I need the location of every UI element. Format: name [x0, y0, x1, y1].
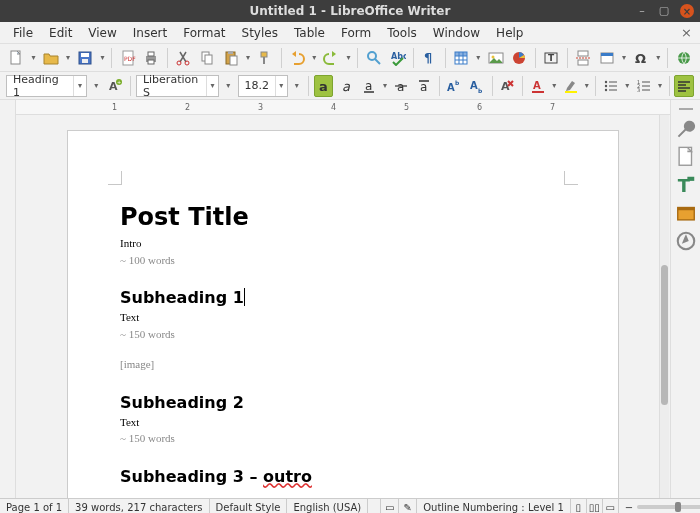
font-name-combo[interactable]: Liberation S ▾	[136, 75, 219, 97]
hyperlink-icon[interactable]	[673, 47, 694, 69]
menu-view[interactable]: View	[81, 24, 123, 42]
paste-dropdown-icon[interactable]: ▾	[244, 53, 252, 62]
strikethrough-icon[interactable]: a	[392, 75, 412, 97]
italic-icon[interactable]: a	[336, 75, 356, 97]
insert-chart-icon[interactable]	[509, 47, 530, 69]
horizontal-ruler[interactable]: 1 2 3 4 5 6 7	[16, 100, 670, 115]
view-single-page-icon[interactable]: ▯	[571, 499, 587, 513]
gallery-panel-icon[interactable]	[675, 202, 697, 224]
highlight-dropdown-icon[interactable]: ▾	[583, 81, 590, 90]
insert-image-icon[interactable]	[485, 47, 506, 69]
status-wordcount[interactable]: 39 words, 217 characters	[69, 499, 209, 513]
font-color-dropdown-icon[interactable]: ▾	[551, 81, 558, 90]
open-dropdown-icon[interactable]: ▾	[64, 53, 72, 62]
menu-styles[interactable]: Styles	[235, 24, 285, 42]
menu-table[interactable]: Table	[287, 24, 332, 42]
new-document-icon[interactable]	[6, 47, 27, 69]
status-outline[interactable]: Outline Numbering : Level 1	[417, 499, 571, 513]
font-name-dropdown-icon[interactable]: ▾	[222, 75, 234, 97]
align-left-icon[interactable]	[674, 75, 694, 97]
close-button[interactable]: ×	[680, 4, 694, 18]
doc-title[interactable]: Post Title	[120, 203, 566, 231]
slider-thumb[interactable]	[675, 502, 681, 512]
doc-h2-text[interactable]: Text	[120, 414, 566, 431]
page-break-icon[interactable]	[573, 47, 594, 69]
special-char-icon[interactable]: Ω	[631, 47, 652, 69]
doc-subheading-1[interactable]: Subheading 1	[120, 288, 566, 307]
paragraph-style-combo[interactable]: Heading 1 ▾	[6, 75, 87, 97]
bullet-dropdown-icon[interactable]: ▾	[624, 81, 631, 90]
clear-formatting-icon[interactable]: A	[498, 75, 518, 97]
open-icon[interactable]	[40, 47, 61, 69]
menu-edit[interactable]: Edit	[42, 24, 79, 42]
special-dropdown-icon[interactable]: ▾	[655, 53, 663, 62]
superscript-icon[interactable]: Ab	[445, 75, 465, 97]
highlight-icon[interactable]	[561, 75, 581, 97]
menu-insert[interactable]: Insert	[126, 24, 174, 42]
menu-format[interactable]: Format	[176, 24, 232, 42]
status-language[interactable]: English (USA)	[287, 499, 368, 513]
table-dropdown-icon[interactable]: ▾	[475, 53, 483, 62]
page[interactable]: Post Title Intro ~ 100 words Subheading …	[67, 130, 619, 498]
sidebar-collapse-handle[interactable]	[679, 108, 693, 110]
scrollbar-thumb[interactable]	[661, 265, 668, 405]
numbered-dropdown-icon[interactable]: ▾	[656, 81, 663, 90]
font-size-dropdown-icon[interactable]: ▾	[291, 75, 303, 97]
document-canvas[interactable]: Post Title Intro ~ 100 words Subheading …	[16, 115, 670, 498]
save-icon[interactable]	[75, 47, 96, 69]
status-insert-mode[interactable]	[368, 499, 381, 513]
new-dropdown-icon[interactable]: ▾	[30, 53, 38, 62]
page-panel-icon[interactable]	[675, 146, 697, 168]
maximize-button[interactable]: ▢	[658, 4, 670, 16]
doc-h1-text[interactable]: Text	[120, 309, 566, 326]
doc-intro-label[interactable]: Intro	[120, 235, 566, 252]
view-multi-page-icon[interactable]: ▯▯	[587, 499, 603, 513]
doc-h2-words[interactable]: ~ 150 words	[120, 430, 566, 447]
subscript-icon[interactable]: Ab	[467, 75, 487, 97]
menu-help[interactable]: Help	[489, 24, 530, 42]
formatting-marks-icon[interactable]: ¶	[419, 47, 440, 69]
redo-icon[interactable]	[321, 47, 342, 69]
styles-panel-icon[interactable]: T	[675, 174, 697, 196]
status-page[interactable]: Page 1 of 1	[0, 499, 69, 513]
clone-formatting-icon[interactable]	[255, 47, 276, 69]
doc-image-placeholder[interactable]: [image]	[120, 356, 566, 373]
print-icon[interactable]	[141, 47, 162, 69]
new-style-icon[interactable]: A+	[105, 75, 125, 97]
view-book-icon[interactable]: ▭	[603, 499, 619, 513]
update-style-icon[interactable]: ▾	[90, 75, 102, 97]
undo-dropdown-icon[interactable]: ▾	[310, 53, 318, 62]
zoom-slider[interactable]	[637, 505, 700, 509]
status-selection-mode[interactable]: ▭	[381, 499, 399, 513]
doc-intro-words[interactable]: ~ 100 words	[120, 252, 566, 269]
minimize-button[interactable]: –	[636, 4, 648, 16]
vertical-scrollbar[interactable]	[659, 115, 669, 498]
properties-panel-icon[interactable]	[675, 118, 697, 140]
document-close-icon[interactable]: ×	[681, 25, 692, 40]
redo-dropdown-icon[interactable]: ▾	[345, 53, 353, 62]
font-size-combo[interactable]: 18.2 ▾	[238, 75, 288, 97]
numbered-list-icon[interactable]: 123	[634, 75, 654, 97]
zoom-out-icon[interactable]: −	[625, 502, 633, 513]
save-dropdown-icon[interactable]: ▾	[99, 53, 107, 62]
field-dropdown-icon[interactable]: ▾	[620, 53, 628, 62]
underline-dropdown-icon[interactable]: ▾	[382, 81, 389, 90]
status-style[interactable]: Default Style	[210, 499, 288, 513]
undo-icon[interactable]	[287, 47, 308, 69]
underline-icon[interactable]: a	[359, 75, 379, 97]
menu-window[interactable]: Window	[426, 24, 487, 42]
menu-tools[interactable]: Tools	[380, 24, 424, 42]
paste-icon[interactable]	[220, 47, 241, 69]
font-color-icon[interactable]: A	[528, 75, 548, 97]
bold-icon[interactable]: a	[314, 75, 334, 97]
menu-file[interactable]: File	[6, 24, 40, 42]
doc-subheading-2[interactable]: Subheading 2	[120, 393, 566, 412]
copy-icon[interactable]	[197, 47, 218, 69]
doc-h1-words[interactable]: ~ 150 words	[120, 326, 566, 343]
bullet-list-icon[interactable]	[601, 75, 621, 97]
overline-icon[interactable]: a	[414, 75, 434, 97]
export-pdf-icon[interactable]: PDF	[117, 47, 138, 69]
status-signature-icon[interactable]: ✎	[399, 499, 417, 513]
menu-form[interactable]: Form	[334, 24, 378, 42]
navigator-panel-icon[interactable]	[675, 230, 697, 252]
